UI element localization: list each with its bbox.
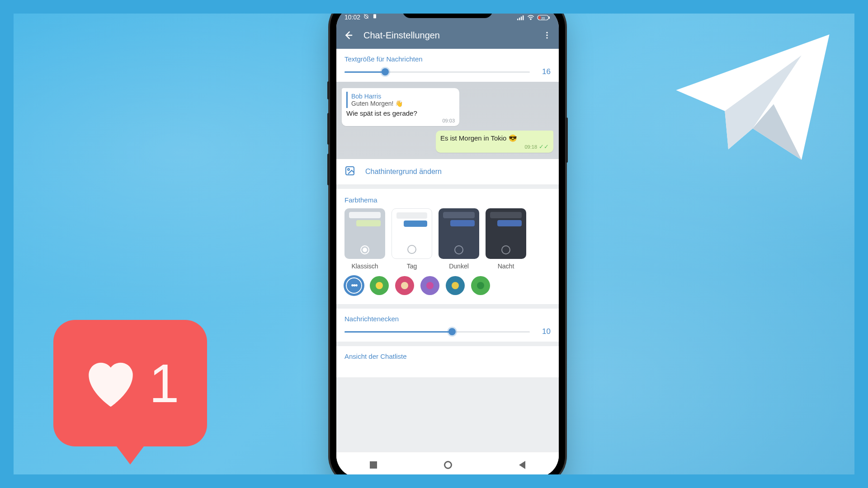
sim-icon: [372, 13, 377, 21]
theme-label: Nacht: [498, 263, 514, 270]
reply-name: Bob Harris: [351, 93, 451, 100]
theme-option-tag[interactable]: Tag: [392, 208, 432, 270]
svg-rect-8: [549, 16, 550, 19]
settings-content: Textgröße für Nachrichten 16 Bob Harris: [336, 49, 559, 452]
battery-icon: 20: [537, 14, 551, 21]
svg-rect-5: [523, 15, 524, 20]
status-time: 10:02: [344, 14, 360, 21]
text-size-label: Textgröße für Nachrichten: [344, 55, 551, 63]
svg-text:20: 20: [541, 17, 545, 20]
svg-point-11: [546, 32, 547, 33]
theme-option-klassisch[interactable]: Klassisch: [344, 208, 385, 270]
more-button[interactable]: [541, 29, 553, 42]
svg-point-12: [546, 34, 547, 36]
signal-icon: [517, 15, 524, 20]
heart-icon: [81, 355, 140, 411]
accent-color-option[interactable]: [471, 276, 490, 295]
svg-point-6: [530, 19, 531, 19]
reply-text: Guten Morgen! 👋: [351, 100, 451, 107]
chatlist-section: Ansicht der Chatliste: [336, 346, 559, 377]
phone-notch: [402, 6, 493, 18]
themes-label: Farbthema: [344, 196, 551, 204]
svg-rect-3: [519, 18, 520, 20]
nav-back-button[interactable]: [519, 461, 525, 469]
accent-color-option[interactable]: [395, 276, 414, 295]
corners-value: 10: [538, 327, 551, 336]
app-bar: Chat-Einstellungen: [336, 22, 559, 49]
wifi-icon: [527, 15, 534, 20]
text-size-section: Textgröße für Nachrichten 16: [336, 49, 559, 82]
phone-side-button: [327, 81, 330, 99]
accent-color-option[interactable]: •••: [344, 276, 363, 295]
text-size-value: 16: [538, 67, 551, 76]
outgoing-time: 09:18: [524, 144, 537, 150]
outgoing-bubble: Es ist Morgen in Tokio 😎 09:18 ✓✓: [436, 131, 553, 153]
svg-rect-1: [373, 14, 376, 19]
themes-section: Farbthema KlassischTagDunkelNacht •••: [336, 189, 559, 304]
corners-label: Nachrichtenecken: [344, 315, 551, 323]
android-nav-bar: [336, 452, 559, 477]
chat-preview: Bob Harris Guten Morgen! 👋 Wie spät ist …: [336, 82, 559, 159]
incoming-text: Wie spät ist es gerade?: [346, 109, 455, 117]
phone-side-button: [566, 117, 568, 163]
theme-label: Dunkel: [449, 263, 469, 270]
svg-rect-4: [521, 17, 522, 20]
read-checks-icon: ✓✓: [539, 143, 549, 150]
like-count: 1: [149, 352, 179, 414]
page-title: Chat-Einstellungen: [363, 30, 532, 41]
change-wallpaper-label: Chathintergrund ändern: [365, 168, 442, 176]
theme-label: Klassisch: [351, 263, 378, 270]
phone-side-button: [327, 113, 330, 145]
telegram-logo-icon: [669, 27, 836, 167]
svg-rect-9: [538, 16, 541, 19]
chatlist-label: Ansicht der Chatliste: [344, 352, 551, 360]
nav-recents-button[interactable]: [370, 461, 377, 469]
svg-rect-2: [517, 19, 518, 20]
accent-color-option[interactable]: [446, 276, 465, 295]
text-size-slider[interactable]: [344, 71, 530, 73]
theme-label: Tag: [407, 263, 417, 270]
alarm-off-icon: [363, 13, 369, 21]
wallpaper-icon: [344, 165, 355, 178]
svg-point-13: [546, 37, 547, 38]
phone-side-button: [327, 154, 330, 185]
incoming-time: 09:03: [346, 118, 455, 123]
outgoing-text: Es ist Morgen in Tokio 😎: [440, 134, 549, 142]
accent-color-option[interactable]: [420, 276, 439, 295]
corners-section: Nachrichtenecken 10: [336, 309, 559, 342]
nav-home-button[interactable]: [444, 461, 452, 469]
back-button[interactable]: [342, 29, 354, 42]
theme-option-nacht[interactable]: Nacht: [486, 208, 526, 270]
accent-color-option[interactable]: [370, 276, 389, 295]
change-wallpaper-button[interactable]: Chathintergrund ändern: [336, 159, 559, 184]
svg-point-15: [348, 169, 349, 170]
corners-slider[interactable]: [344, 331, 530, 333]
phone-frame: 10:02 20: [330, 0, 565, 483]
incoming-bubble: Bob Harris Guten Morgen! 👋 Wie spät ist …: [342, 88, 459, 126]
like-badge: 1: [53, 320, 207, 446]
theme-option-dunkel[interactable]: Dunkel: [439, 208, 479, 270]
